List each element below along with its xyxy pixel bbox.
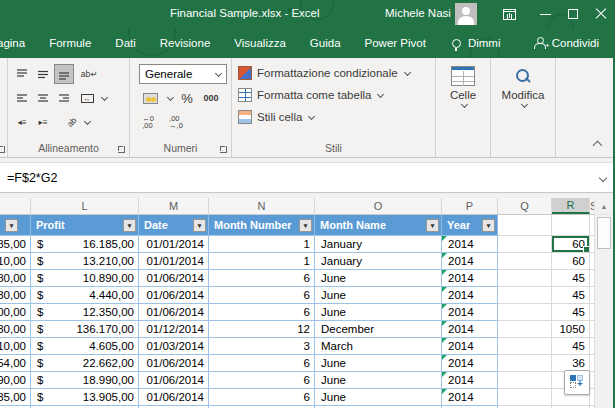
cell-M2[interactable]: 01/01/2014 xyxy=(139,236,209,253)
cell-O7[interactable]: December xyxy=(315,321,442,338)
cell-Q11[interactable] xyxy=(498,389,552,406)
currency-dropdown-icon[interactable] xyxy=(167,93,174,100)
cell-K8[interactable]: 10,00 xyxy=(0,338,31,355)
cell-M7[interactable]: 01/12/2014 xyxy=(139,321,209,338)
tell-me-button[interactable]: Dimmi xyxy=(452,37,501,49)
filter-dropdown-button[interactable]: ▾ xyxy=(426,219,439,232)
scroll-up-button[interactable]: ▲ xyxy=(595,198,613,215)
cell-P9[interactable]: 2014 xyxy=(442,355,498,372)
align-center-button[interactable] xyxy=(33,88,53,108)
cell-K6[interactable]: 00,00 xyxy=(0,304,31,321)
cell-N5[interactable]: 6 xyxy=(209,287,315,304)
cell-M9[interactable]: 01/06/2014 xyxy=(139,355,209,372)
column-header-R[interactable]: R xyxy=(552,198,590,214)
column-header-L[interactable]: L xyxy=(31,198,139,214)
cell-N2[interactable]: 1 xyxy=(209,236,315,253)
cell-Q1[interactable] xyxy=(498,215,552,236)
scrollbar-thumb[interactable] xyxy=(597,217,611,249)
cell-L8[interactable]: $4.605,00 xyxy=(31,338,139,355)
ribbon-display-options-button[interactable] xyxy=(495,0,523,28)
cell-Q9[interactable] xyxy=(498,355,552,372)
cell-N9[interactable]: 6 xyxy=(209,355,315,372)
filter-dropdown-button[interactable]: ▾ xyxy=(482,219,495,232)
cell-L3[interactable]: $13.210,00 xyxy=(31,253,139,270)
cell-Q8[interactable] xyxy=(498,338,552,355)
filter-dropdown-button[interactable]: ▾ xyxy=(5,219,18,232)
filter-dropdown-button[interactable]: ▾ xyxy=(193,219,206,232)
cell-K11[interactable]: 35,00 xyxy=(0,389,31,406)
formula-bar-input[interactable]: =F$2*G2 xyxy=(0,162,615,193)
numeri-dialog-launcher-icon[interactable] xyxy=(220,146,227,153)
conditional-formatting-button[interactable]: Formattazione condizionale xyxy=(232,62,435,84)
currency-format-button[interactable] xyxy=(138,88,162,108)
maximize-button[interactable] xyxy=(559,0,587,28)
column-header-partial[interactable] xyxy=(0,198,31,214)
column-header-O[interactable]: O xyxy=(315,198,442,214)
cell-N4[interactable]: 6 xyxy=(209,270,315,287)
cell-Q3[interactable] xyxy=(498,253,552,270)
cell-Q10[interactable] xyxy=(498,372,552,389)
avatar[interactable] xyxy=(455,3,477,25)
active-cell-R2[interactable]: 60 xyxy=(552,236,590,253)
comma-style-button[interactable]: 000 xyxy=(201,88,221,108)
cell-K10[interactable]: 90,00 xyxy=(0,372,31,389)
filter-dropdown-button[interactable]: ▾ xyxy=(123,219,136,232)
cell-P8[interactable]: 2014 xyxy=(442,338,498,355)
cell-N3[interactable]: 1 xyxy=(209,253,315,270)
cell-P11[interactable]: 2014 xyxy=(442,389,498,406)
cell-Q4[interactable] xyxy=(498,270,552,287)
cell-M11[interactable]: 01/06/2014 xyxy=(139,389,209,406)
cell-L6[interactable]: $12.350,00 xyxy=(31,304,139,321)
number-format-combobox[interactable]: Generale xyxy=(139,64,227,84)
dialog-launcher-icon[interactable] xyxy=(0,146,5,153)
cell-O4[interactable]: June xyxy=(315,270,442,287)
cell-O3[interactable]: January xyxy=(315,253,442,270)
cell-K7[interactable]: 30,00 xyxy=(0,321,31,338)
ribbon-tab-visualizza[interactable]: Visualizza xyxy=(222,28,298,58)
cell-M6[interactable]: 01/06/2014 xyxy=(139,304,209,321)
celle-button[interactable]: Celle xyxy=(436,62,490,107)
align-left-button[interactable] xyxy=(12,88,32,108)
cell-O9[interactable]: June xyxy=(315,355,442,372)
cell-M3[interactable]: 01/01/2014 xyxy=(139,253,209,270)
cell-M4[interactable]: 01/06/2014 xyxy=(139,270,209,287)
cell-styles-button[interactable]: Stili cella xyxy=(232,106,435,128)
cell-L10[interactable]: $18.990,00 xyxy=(31,372,139,389)
cell-N10[interactable]: 6 xyxy=(209,372,315,389)
decrease-decimal-button[interactable]: ,00→,0 xyxy=(166,112,186,132)
cell-Q6[interactable] xyxy=(498,304,552,321)
ribbon-tab-dati[interactable]: Dati xyxy=(103,28,147,58)
account-user-name[interactable]: Michele Nasi xyxy=(385,7,451,19)
close-button[interactable] xyxy=(587,0,615,28)
cell-K4[interactable]: 80,00 xyxy=(0,270,31,287)
ribbon-tab-formule[interactable]: Formule xyxy=(37,28,103,58)
cell-Q5[interactable] xyxy=(498,287,552,304)
column-header-P[interactable]: P xyxy=(442,198,498,214)
align-top-button[interactable] xyxy=(12,64,32,84)
wrap-text-button[interactable]: ab↵ xyxy=(75,64,103,84)
cell-L2[interactable]: $16.185,00 xyxy=(31,236,139,253)
cell-N6[interactable]: 6 xyxy=(209,304,315,321)
format-as-table-button[interactable]: Formatta come tabella xyxy=(232,84,435,106)
vertical-scrollbar[interactable]: ▲ xyxy=(594,198,613,408)
ribbon-tab-agina[interactable]: agina xyxy=(0,28,37,58)
cell-O5[interactable]: June xyxy=(315,287,442,304)
quick-analysis-button[interactable]: + xyxy=(564,370,590,395)
cell-O11[interactable]: June xyxy=(315,389,442,406)
cell-R5[interactable]: 45 xyxy=(552,287,590,304)
ribbon-tab-guida[interactable]: Guida xyxy=(298,28,353,58)
cell-O8[interactable]: March xyxy=(315,338,442,355)
cell-R3[interactable]: 60 xyxy=(552,253,590,270)
cell-K2[interactable]: 85,00 xyxy=(0,236,31,253)
allineamento-dialog-launcher-icon[interactable] xyxy=(118,146,125,153)
modifica-button[interactable]: Modifica xyxy=(491,62,555,107)
cell-M5[interactable]: 01/06/2014 xyxy=(139,287,209,304)
column-header-Q[interactable]: Q xyxy=(498,198,552,214)
ribbon-tab-power-pivot[interactable]: Power Pivot xyxy=(353,28,438,58)
decrease-indent-button[interactable]: ◂≡ xyxy=(12,112,32,132)
cell-M8[interactable]: 01/03/2014 xyxy=(139,338,209,355)
cell-R6[interactable]: 45 xyxy=(552,304,590,321)
cell-O6[interactable]: June xyxy=(315,304,442,321)
increase-indent-button[interactable]: ▸≡ xyxy=(33,112,53,132)
collapse-ribbon-icon[interactable] xyxy=(593,141,603,151)
